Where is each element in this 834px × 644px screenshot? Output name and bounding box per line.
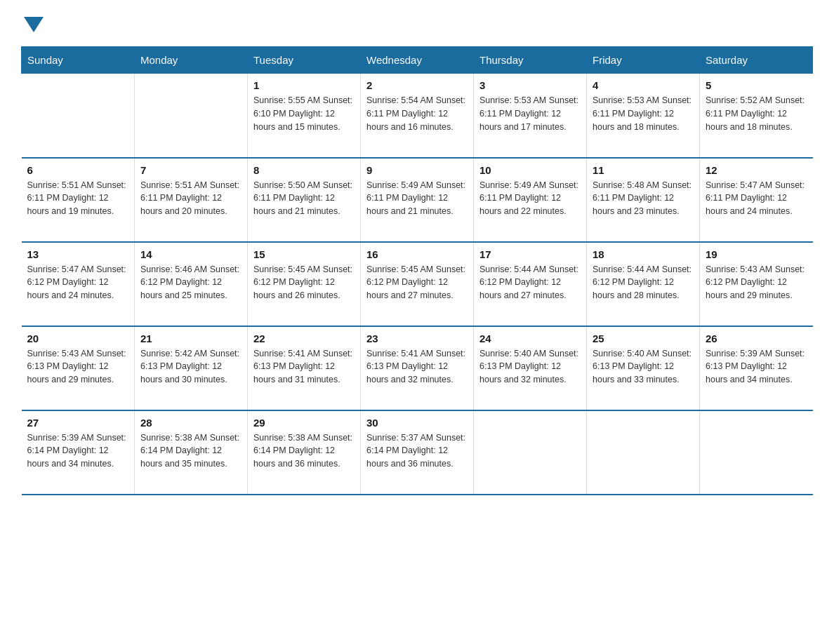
calendar-cell: 13Sunrise: 5:47 AM Sunset: 6:12 PM Dayli… [22,242,135,326]
day-info: Sunrise: 5:49 AM Sunset: 6:11 PM Dayligh… [479,179,581,218]
header-cell-wednesday: Wednesday [361,47,474,74]
day-info: Sunrise: 5:44 AM Sunset: 6:12 PM Dayligh… [593,263,694,302]
calendar-cell: 8Sunrise: 5:50 AM Sunset: 6:11 PM Daylig… [248,158,361,242]
header-cell-saturday: Saturday [700,47,813,74]
day-info: Sunrise: 5:46 AM Sunset: 6:12 PM Dayligh… [140,263,241,302]
day-info: Sunrise: 5:39 AM Sunset: 6:14 PM Dayligh… [27,431,129,471]
calendar-cell [22,74,135,158]
calendar-cell: 3Sunrise: 5:53 AM Sunset: 6:11 PM Daylig… [474,74,587,158]
calendar-cell: 15Sunrise: 5:45 AM Sunset: 6:12 PM Dayli… [248,242,361,326]
day-info: Sunrise: 5:53 AM Sunset: 6:11 PM Dayligh… [479,94,581,133]
day-info: Sunrise: 5:45 AM Sunset: 6:12 PM Dayligh… [366,263,468,302]
calendar-cell: 17Sunrise: 5:44 AM Sunset: 6:12 PM Dayli… [474,242,587,326]
day-info: Sunrise: 5:43 AM Sunset: 6:12 PM Dayligh… [706,263,807,302]
day-number: 22 [253,333,355,344]
day-number: 2 [366,79,468,91]
calendar-cell: 22Sunrise: 5:41 AM Sunset: 6:13 PM Dayli… [248,326,361,410]
calendar-cell [474,410,587,495]
day-number: 26 [706,333,807,344]
day-number: 11 [593,164,694,176]
calendar-cell: 11Sunrise: 5:48 AM Sunset: 6:11 PM Dayli… [587,158,700,242]
day-number: 12 [706,164,807,176]
day-info: Sunrise: 5:37 AM Sunset: 6:14 PM Dayligh… [366,431,468,471]
day-info: Sunrise: 5:47 AM Sunset: 6:11 PM Dayligh… [706,179,807,218]
day-info: Sunrise: 5:44 AM Sunset: 6:12 PM Dayligh… [479,263,581,302]
calendar-cell [135,74,248,158]
calendar-cell: 24Sunrise: 5:40 AM Sunset: 6:13 PM Dayli… [474,326,587,410]
calendar-cell: 4Sunrise: 5:53 AM Sunset: 6:11 PM Daylig… [587,74,700,158]
day-info: Sunrise: 5:39 AM Sunset: 6:13 PM Dayligh… [706,347,807,387]
day-info: Sunrise: 5:41 AM Sunset: 6:13 PM Dayligh… [366,347,468,387]
calendar-cell: 23Sunrise: 5:41 AM Sunset: 6:13 PM Dayli… [361,326,474,410]
day-info: Sunrise: 5:43 AM Sunset: 6:13 PM Dayligh… [27,347,129,387]
week-row-4: 20Sunrise: 5:43 AM Sunset: 6:13 PM Dayli… [22,326,813,410]
day-info: Sunrise: 5:51 AM Sunset: 6:11 PM Dayligh… [140,179,241,218]
calendar-header: SundayMondayTuesdayWednesdayThursdayFrid… [22,47,813,74]
calendar-cell: 2Sunrise: 5:54 AM Sunset: 6:11 PM Daylig… [361,74,474,158]
calendar-cell: 6Sunrise: 5:51 AM Sunset: 6:11 PM Daylig… [22,158,135,242]
calendar-cell: 14Sunrise: 5:46 AM Sunset: 6:12 PM Dayli… [135,242,248,326]
calendar-cell: 1Sunrise: 5:55 AM Sunset: 6:10 PM Daylig… [248,74,361,158]
day-number: 18 [593,248,694,260]
day-number: 8 [253,164,355,176]
day-number: 3 [479,79,581,91]
day-number: 29 [253,417,355,429]
calendar-cell: 19Sunrise: 5:43 AM Sunset: 6:12 PM Dayli… [700,242,813,326]
day-number: 5 [706,79,807,91]
calendar-cell: 25Sunrise: 5:40 AM Sunset: 6:13 PM Dayli… [587,326,700,410]
day-number: 4 [593,79,694,91]
header-cell-tuesday: Tuesday [248,47,361,74]
day-number: 6 [27,164,129,176]
day-number: 21 [140,333,241,344]
day-number: 24 [479,333,581,344]
day-number: 19 [706,248,807,260]
header-cell-sunday: Sunday [22,47,135,74]
day-number: 7 [140,164,241,176]
week-row-5: 27Sunrise: 5:39 AM Sunset: 6:14 PM Dayli… [22,410,813,495]
day-info: Sunrise: 5:50 AM Sunset: 6:11 PM Dayligh… [253,179,355,218]
calendar-cell: 16Sunrise: 5:45 AM Sunset: 6:12 PM Dayli… [361,242,474,326]
day-number: 17 [479,248,581,260]
week-row-1: 1Sunrise: 5:55 AM Sunset: 6:10 PM Daylig… [22,74,813,158]
calendar-cell: 12Sunrise: 5:47 AM Sunset: 6:11 PM Dayli… [700,158,813,242]
calendar-cell: 27Sunrise: 5:39 AM Sunset: 6:14 PM Dayli… [22,410,135,495]
calendar-cell: 20Sunrise: 5:43 AM Sunset: 6:13 PM Dayli… [22,326,135,410]
day-number: 25 [593,333,694,344]
calendar-cell: 29Sunrise: 5:38 AM Sunset: 6:14 PM Dayli… [248,410,361,495]
logo-triangle-icon [24,17,44,32]
day-number: 28 [140,417,241,429]
page-header [21,14,813,32]
day-info: Sunrise: 5:52 AM Sunset: 6:11 PM Dayligh… [706,94,807,133]
calendar-cell: 5Sunrise: 5:52 AM Sunset: 6:11 PM Daylig… [700,74,813,158]
day-number: 23 [366,333,468,344]
calendar-cell: 18Sunrise: 5:44 AM Sunset: 6:12 PM Dayli… [587,242,700,326]
header-cell-thursday: Thursday [474,47,587,74]
calendar-table: SundayMondayTuesdayWednesdayThursdayFrid… [21,46,813,495]
day-info: Sunrise: 5:49 AM Sunset: 6:11 PM Dayligh… [366,179,468,218]
day-number: 27 [27,417,129,429]
day-number: 20 [27,333,129,344]
day-number: 9 [366,164,468,176]
day-number: 15 [253,248,355,260]
calendar-cell: 30Sunrise: 5:37 AM Sunset: 6:14 PM Dayli… [361,410,474,495]
week-row-3: 13Sunrise: 5:47 AM Sunset: 6:12 PM Dayli… [22,242,813,326]
calendar-cell: 9Sunrise: 5:49 AM Sunset: 6:11 PM Daylig… [361,158,474,242]
calendar-cell: 7Sunrise: 5:51 AM Sunset: 6:11 PM Daylig… [135,158,248,242]
day-info: Sunrise: 5:40 AM Sunset: 6:13 PM Dayligh… [479,347,581,387]
day-info: Sunrise: 5:55 AM Sunset: 6:10 PM Dayligh… [253,94,355,133]
week-row-2: 6Sunrise: 5:51 AM Sunset: 6:11 PM Daylig… [22,158,813,242]
day-info: Sunrise: 5:48 AM Sunset: 6:11 PM Dayligh… [593,179,694,218]
day-info: Sunrise: 5:41 AM Sunset: 6:13 PM Dayligh… [253,347,355,387]
day-info: Sunrise: 5:45 AM Sunset: 6:12 PM Dayligh… [253,263,355,302]
calendar-cell: 10Sunrise: 5:49 AM Sunset: 6:11 PM Dayli… [474,158,587,242]
day-number: 1 [253,79,355,91]
header-row: SundayMondayTuesdayWednesdayThursdayFrid… [22,47,813,74]
day-info: Sunrise: 5:38 AM Sunset: 6:14 PM Dayligh… [253,431,355,471]
day-number: 13 [27,248,129,260]
day-info: Sunrise: 5:54 AM Sunset: 6:11 PM Dayligh… [366,94,468,133]
calendar-cell [700,410,813,495]
logo [21,14,44,32]
day-info: Sunrise: 5:42 AM Sunset: 6:13 PM Dayligh… [140,347,241,387]
day-number: 30 [366,417,468,429]
day-number: 14 [140,248,241,260]
